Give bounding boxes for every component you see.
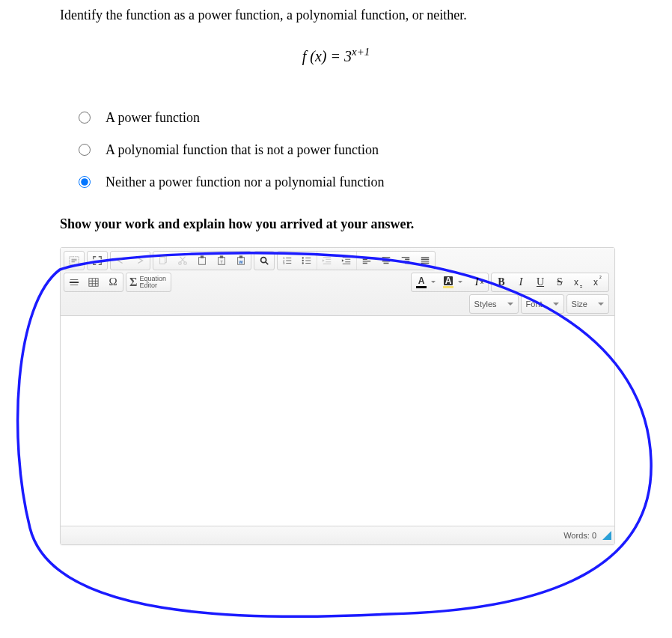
- paste-icon[interactable]: [192, 252, 212, 270]
- svg-rect-1: [160, 257, 165, 264]
- indent-icon[interactable]: [337, 252, 356, 270]
- svg-text:T: T: [220, 258, 223, 264]
- option-label: A polynomial function that is not a powe…: [106, 142, 379, 158]
- radio-power-function[interactable]: [79, 112, 91, 124]
- svg-point-2: [179, 261, 182, 264]
- undo-icon[interactable]: [111, 252, 130, 270]
- option-label: A power function: [106, 110, 200, 126]
- horizontal-rule-icon[interactable]: [64, 273, 84, 291]
- equation: f (x) = 3x+1: [0, 46, 672, 65]
- search-icon[interactable]: [254, 252, 274, 270]
- subscript-button[interactable]: x₂: [569, 273, 589, 291]
- answer-options: A power function A polynomial function t…: [79, 110, 672, 190]
- ordered-list-icon[interactable]: 123: [278, 252, 297, 270]
- bg-color-caret-icon[interactable]: [458, 281, 462, 283]
- paste-word-icon[interactable]: W: [231, 252, 251, 270]
- show-work-heading: Show your work and explain how you arriv…: [60, 216, 672, 232]
- option-power-function[interactable]: A power function: [79, 110, 672, 126]
- svg-text:W: W: [239, 258, 243, 264]
- special-char-icon[interactable]: Ω: [103, 273, 123, 291]
- text-color-button[interactable]: A: [413, 273, 430, 291]
- equation-exponent: x+1: [352, 46, 370, 58]
- text-color-caret-icon[interactable]: [431, 281, 436, 283]
- svg-point-18: [302, 262, 304, 264]
- table-icon[interactable]: [84, 273, 103, 291]
- svg-text:3: 3: [283, 261, 285, 265]
- svg-point-12: [261, 257, 266, 262]
- align-right-icon[interactable]: [396, 252, 415, 270]
- option-polynomial[interactable]: A polynomial function that is not a powe…: [79, 142, 672, 158]
- cut-icon[interactable]: [173, 252, 192, 270]
- superscript-button[interactable]: x²: [589, 273, 608, 291]
- editor-footer: Words: 0: [61, 526, 614, 544]
- equation-base: f (x) = 3: [302, 48, 352, 64]
- strike-button[interactable]: S: [550, 273, 569, 291]
- svg-rect-7: [220, 256, 223, 258]
- option-neither[interactable]: Neither a power function nor a polynomia…: [79, 174, 672, 190]
- bg-color-button[interactable]: A: [440, 273, 456, 291]
- align-justify-icon[interactable]: [415, 252, 435, 270]
- source-icon[interactable]: [64, 252, 84, 270]
- svg-rect-4: [199, 257, 206, 264]
- styles-dropdown[interactable]: Styles: [469, 294, 519, 314]
- svg-point-17: [302, 260, 304, 261]
- underline-button[interactable]: U: [531, 273, 550, 291]
- rich-text-editor: T W 123: [60, 247, 615, 545]
- resize-grip-icon[interactable]: [602, 531, 611, 540]
- align-center-icon[interactable]: [376, 252, 396, 270]
- copy-icon[interactable]: [153, 252, 173, 270]
- editor-toolbar: T W 123: [61, 248, 614, 316]
- redo-icon[interactable]: [130, 252, 150, 270]
- styles-label: Styles: [474, 300, 497, 309]
- equation-editor-label: Equation Editor: [139, 276, 166, 289]
- svg-point-3: [184, 261, 187, 264]
- svg-rect-19: [89, 278, 98, 286]
- font-label: Font: [526, 300, 543, 309]
- radio-neither[interactable]: [79, 176, 91, 188]
- bold-button[interactable]: B: [492, 273, 511, 291]
- svg-rect-5: [201, 256, 204, 258]
- align-left-icon[interactable]: [357, 252, 376, 270]
- unordered-list-icon[interactable]: [297, 252, 317, 270]
- maximize-icon[interactable]: [88, 252, 107, 270]
- remove-format-button[interactable]: I: [467, 276, 486, 288]
- paste-text-icon[interactable]: T: [212, 252, 231, 270]
- equation-editor-button[interactable]: Σ Equation Editor: [126, 273, 171, 292]
- size-dropdown[interactable]: Size: [566, 294, 609, 314]
- option-label: Neither a power function nor a polynomia…: [106, 174, 384, 190]
- editor-body[interactable]: [61, 316, 614, 526]
- font-dropdown[interactable]: Font: [521, 294, 564, 314]
- outdent-icon[interactable]: [317, 252, 337, 270]
- italic-button[interactable]: I: [511, 273, 531, 291]
- svg-rect-10: [239, 256, 242, 258]
- radio-polynomial[interactable]: [79, 144, 91, 156]
- word-count: Words: 0: [563, 531, 596, 540]
- question-prompt: Identify the function as a power functio…: [60, 7, 672, 23]
- size-label: Size: [572, 300, 587, 309]
- svg-point-16: [302, 257, 304, 258]
